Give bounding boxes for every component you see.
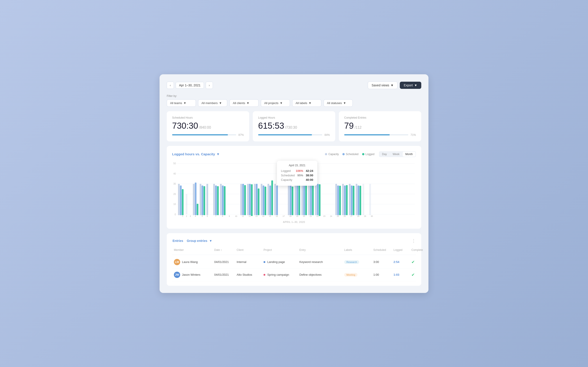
svg-text:12: 12: [249, 215, 251, 217]
svg-rect-21: [197, 204, 199, 215]
svg-rect-73: [305, 184, 307, 215]
svg-text:10: 10: [235, 215, 237, 217]
label-badge: Research: [344, 260, 359, 264]
tab-day[interactable]: Day: [379, 152, 389, 157]
svg-rect-72: [303, 182, 305, 215]
filter-teams[interactable]: All teams ▼: [167, 99, 196, 107]
sort-icon: ↕: [221, 248, 222, 251]
tooltip-capacity-label: Capacity: [281, 178, 293, 182]
svg-rect-40: [242, 184, 244, 215]
svg-rect-39: [241, 184, 242, 215]
chart-x-axis-label: APRIL 1–30, 2020: [172, 221, 416, 223]
check-icon: ✔: [411, 273, 415, 277]
saved-views-button[interactable]: Saved views ▼: [368, 82, 397, 89]
svg-rect-25: [203, 186, 205, 215]
tooltip-logged-pct: 106%: [296, 169, 303, 173]
logged-value: 615:53 /730:30: [258, 121, 330, 131]
next-arrow-button[interactable]: ›: [206, 82, 213, 89]
tooltip-logged-val: 42:24: [306, 169, 313, 173]
entries-tabs: Entries Group entries ▼: [172, 238, 215, 244]
completed-bar-bg: [344, 134, 408, 135]
export-button[interactable]: Export ▼: [400, 82, 421, 89]
logged-pct: 84%: [324, 133, 330, 136]
filter-members[interactable]: All members ▼: [198, 99, 227, 107]
scheduled-cell: 1:00: [372, 272, 392, 277]
svg-rect-103: [369, 184, 371, 215]
svg-rect-89: [342, 184, 344, 215]
label-cell: Research: [342, 259, 372, 265]
logged-dot: [362, 153, 364, 155]
chevron-down-icon: ▼: [219, 101, 222, 105]
svg-rect-45: [251, 184, 253, 216]
col-date[interactable]: Date ↕: [212, 248, 235, 252]
client-cell: Internal: [235, 259, 262, 265]
member-cell: JW Jason Winters: [172, 271, 212, 279]
entries-section: Entries Group entries ▼ ⋮ Member Date ↕ …: [167, 233, 421, 286]
svg-rect-44: [249, 184, 251, 215]
filter-projects[interactable]: All projects ▼: [261, 99, 290, 107]
svg-text:28: 28: [357, 215, 359, 217]
svg-rect-16: [186, 194, 188, 214]
scheduled-label: Scheduled: [346, 153, 359, 156]
chevron-down-icon: ▼: [343, 101, 346, 105]
tab-month[interactable]: Month: [403, 152, 415, 157]
svg-text:19: 19: [296, 215, 298, 217]
col-client: Client: [235, 248, 262, 252]
completed-pct: 71%: [411, 133, 416, 136]
svg-rect-80: [317, 184, 319, 215]
svg-text:20: 20: [303, 215, 305, 217]
col-complete: Complete: [410, 248, 428, 252]
project-cell: Landing page: [262, 259, 298, 265]
header-actions: Saved views ▼ Export ▼: [368, 82, 421, 89]
svg-text:6: 6: [207, 215, 208, 217]
svg-text:21: 21: [310, 215, 312, 217]
svg-text:14: 14: [262, 215, 264, 217]
svg-text:29: 29: [364, 215, 366, 217]
filter-clients[interactable]: All clients ▼: [229, 99, 259, 107]
capacity-label: Capacity: [328, 153, 339, 156]
logged-total: /730:30: [285, 125, 297, 130]
tab-entries[interactable]: Entries: [172, 238, 183, 244]
svg-rect-19: [193, 184, 195, 215]
completed-total: /112: [355, 125, 362, 130]
project-name: Landing page: [267, 260, 285, 264]
filter-members-label: All members: [201, 101, 218, 105]
svg-rect-97: [356, 184, 357, 215]
svg-rect-55: [268, 184, 269, 215]
prev-arrow-button[interactable]: ‹: [167, 82, 174, 89]
filter-labels[interactable]: All labels ▼: [292, 99, 321, 107]
tooltip-scheduled-label: Scheduled: [281, 174, 295, 177]
chart-title-button[interactable]: Logged hours vs. Capacity ▼: [172, 152, 220, 156]
svg-rect-13: [180, 185, 182, 215]
svg-rect-93: [349, 184, 351, 215]
svg-text:9: 9: [229, 215, 230, 217]
more-options-icon[interactable]: ⋮: [411, 238, 416, 243]
tab-group-entries[interactable]: Group entries ▼: [186, 238, 213, 244]
logged-label: Logged: [365, 153, 374, 156]
svg-rect-24: [202, 185, 203, 215]
filter-statuses[interactable]: All statuses ▼: [324, 99, 353, 107]
completed-bar-fill: [344, 134, 390, 135]
scheduled-pct: 87%: [238, 133, 244, 136]
member-name: Laura Wang: [182, 260, 198, 264]
svg-text:0: 0: [174, 213, 176, 216]
completed-count: 79: [344, 121, 354, 131]
legend-logged: Logged: [362, 153, 374, 156]
svg-rect-64: [290, 185, 292, 215]
svg-rect-56: [269, 185, 271, 215]
tooltip-scheduled-val: 38:00: [306, 174, 313, 177]
chevron-down-icon: ▼: [183, 101, 186, 105]
filters-container: All teams ▼ All members ▼ All clients ▼ …: [167, 99, 421, 107]
svg-text:4: 4: [195, 215, 196, 217]
svg-rect-27: [206, 184, 208, 215]
table-row: LW Laura Wang 04/01/2021 Internal Landin…: [172, 256, 416, 268]
tooltip-scheduled-pct: 95%: [297, 174, 303, 177]
svg-text:5: 5: [202, 215, 203, 217]
tab-week[interactable]: Week: [390, 152, 402, 157]
svg-text:30: 30: [371, 215, 373, 217]
main-container: ‹ Apr 1–30, 2021 › Saved views ▼ Export …: [160, 74, 428, 293]
avatar: JW: [174, 272, 180, 278]
completed-bar-row: 71%: [344, 133, 416, 136]
project-dot: [264, 274, 265, 276]
date-cell: 04/01/2021: [212, 259, 235, 265]
